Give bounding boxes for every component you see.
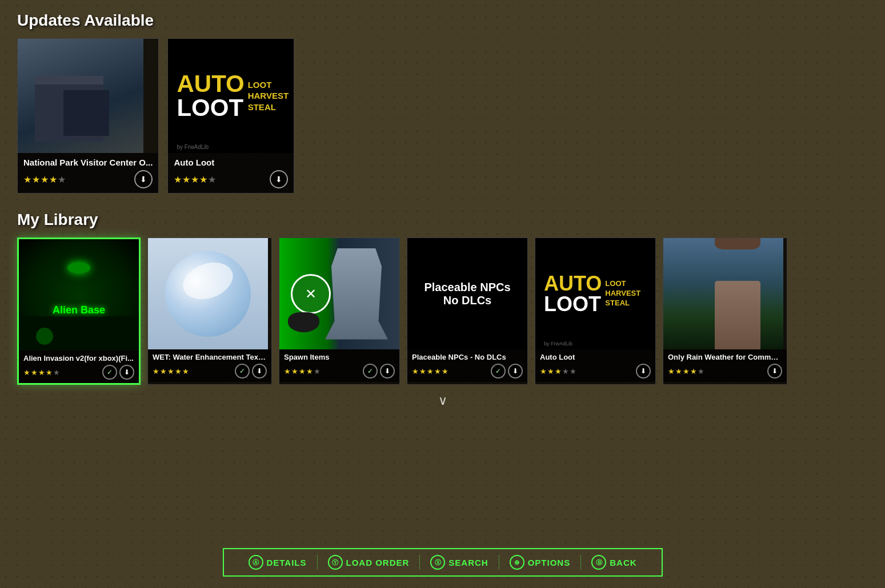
- auto-loot-lib-footer: ★★★★★ ⬇: [540, 364, 651, 378]
- nav-load-order-label: LOAD ORDER: [346, 558, 410, 567]
- placeable-npcs-text: Placeable NPCs No DLCs: [424, 281, 510, 307]
- wet-btns: ✓ ⬇: [235, 364, 267, 378]
- nav-details-btn[interactable]: Ⓐ: [248, 555, 263, 570]
- nav-details-label: DETAILS: [266, 558, 306, 567]
- placeable-npcs-info: Placeable NPCs - No DLCs ★★★★★ ✓ ⬇: [407, 349, 527, 382]
- nav-options[interactable]: ⊕ OPTIONS: [499, 555, 582, 570]
- nav-search-label: SEARCH: [448, 558, 488, 567]
- auto-loot-lib-info: Auto Loot ★★★★★ ⬇: [535, 349, 655, 382]
- lib-card-placeable-npcs[interactable]: Placeable NPCs No DLCs Placeable NPCs - …: [407, 237, 528, 385]
- rain-helmet-shape: [715, 238, 760, 249]
- nav-details[interactable]: Ⓐ DETAILS: [238, 555, 317, 570]
- alien-floor-shape: [19, 316, 139, 351]
- auto-loot-lib-image: AUTO LOOT LOOT HARVEST STEAL by FrwAdLib: [535, 238, 655, 349]
- auto-loot-update-download-btn[interactable]: ⬇: [270, 170, 288, 188]
- only-rain-btns: ⬇: [767, 364, 782, 378]
- library-row: Alien Base Alien Invasion v2(for xbox)(F…: [17, 237, 868, 385]
- only-rain-footer: ★★★★★ ⬇: [668, 364, 782, 378]
- auto-loot-lib-download-btn[interactable]: ⬇: [636, 364, 651, 378]
- alien-invasion-btns: ✓ ⬇: [102, 365, 134, 380]
- auto-loot-update-info: Auto Loot ★★★★★ ⬇: [168, 153, 294, 193]
- spawn-items-footer: ★★★★★ ✓ ⬇: [284, 364, 395, 378]
- auto-loot-update-footer: ★★★★★ ⬇: [174, 170, 288, 188]
- wet-stars: ★★★★★: [153, 367, 190, 376]
- nav-options-btn[interactable]: ⊕: [510, 555, 524, 570]
- library-section: My Library Alien Base Alien Invasion v2(…: [17, 211, 868, 408]
- alien-invasion-art: Alien Base: [19, 239, 139, 351]
- placeable-npcs-download-btn[interactable]: ⬇: [508, 364, 523, 378]
- nav-options-label: OPTIONS: [528, 558, 571, 567]
- alien-ship-shape: [67, 262, 90, 273]
- nav-search-btn[interactable]: Ⓧ: [430, 555, 445, 570]
- placeable-npcs-image: Placeable NPCs No DLCs: [407, 238, 527, 349]
- wet-art: [148, 238, 268, 349]
- lib-card-alien-invasion[interactable]: Alien Base Alien Invasion v2(for xbox)(F…: [17, 237, 141, 385]
- alien-invasion-name: Alien Invasion v2(for xbox)(Fi...: [23, 354, 134, 363]
- national-park-footer: ★★★★★ ⬇: [23, 170, 153, 188]
- lib-card-auto-loot[interactable]: AUTO LOOT LOOT HARVEST STEAL by FrwAdLib: [535, 237, 656, 385]
- alien-invasion-check-btn[interactable]: ✓: [102, 365, 117, 380]
- placeable-line1: Placeable NPCs: [424, 281, 510, 294]
- alien-invasion-stars: ★★★★★: [23, 368, 61, 377]
- xbox-controller-shape: [288, 312, 319, 332]
- national-park-info: National Park Visitor Center O... ★★★★★ …: [18, 153, 158, 193]
- wet-image: [148, 238, 268, 349]
- only-rain-image: [663, 238, 783, 349]
- main-content: Updates Available National Park Visitor …: [0, 0, 885, 588]
- lib-card-wet[interactable]: WET: Water Enhancement Texture... ★★★★★ …: [147, 237, 272, 385]
- xbox-logo: [291, 274, 331, 314]
- national-park-name: National Park Visitor Center O...: [23, 158, 153, 167]
- placeable-npcs-check-btn[interactable]: ✓: [491, 364, 506, 378]
- alien-invasion-download-btn[interactable]: ⬇: [119, 365, 134, 380]
- updates-title: Updates Available: [17, 11, 868, 30]
- placeable-npcs-btns: ✓ ⬇: [491, 364, 523, 378]
- update-card-national-park[interactable]: National Park Visitor Center O... ★★★★★ …: [17, 38, 159, 194]
- placeable-npcs-stars: ★★★★★: [412, 367, 449, 376]
- only-rain-art: [663, 238, 783, 349]
- spawn-items-download-btn[interactable]: ⬇: [380, 364, 395, 378]
- auto-loot-lib-art: AUTO LOOT LOOT HARVEST STEAL by FrwAdLib: [535, 238, 655, 349]
- wet-name: WET: Water Enhancement Texture...: [153, 353, 267, 361]
- national-park-download-btn[interactable]: ⬇: [134, 170, 153, 188]
- auto-loot-lib-btns: ⬇: [636, 364, 651, 378]
- auto-loot-update-stars: ★★★★★: [174, 174, 217, 185]
- national-park-art: [18, 39, 143, 153]
- spawn-items-stars: ★★★★★: [284, 367, 321, 376]
- wet-download-btn[interactable]: ⬇: [252, 364, 267, 378]
- spawn-items-check-btn[interactable]: ✓: [363, 364, 378, 378]
- spawn-items-image: [279, 238, 399, 349]
- spawn-items-art: [279, 238, 399, 349]
- updates-section: Updates Available National Park Visitor …: [17, 11, 868, 194]
- lib-card-spawn-items[interactable]: Spawn Items ★★★★★ ✓ ⬇: [279, 237, 400, 385]
- placeable-npcs-art: Placeable NPCs No DLCs: [407, 238, 527, 349]
- national-park-image: [18, 39, 143, 153]
- placeable-npcs-name: Placeable NPCs - No DLCs: [412, 353, 523, 361]
- updates-row: National Park Visitor Center O... ★★★★★ …: [17, 38, 868, 194]
- scroll-down-indicator[interactable]: ∨: [17, 393, 868, 408]
- spawn-items-btns: ✓ ⬇: [363, 364, 395, 378]
- alien-base-label: Alien Base: [53, 304, 105, 316]
- nav-search[interactable]: Ⓧ SEARCH: [420, 555, 499, 570]
- spawn-items-info: Spawn Items ★★★★★ ✓ ⬇: [279, 349, 399, 382]
- national-park-stars: ★★★★★: [23, 174, 66, 185]
- lib-card-only-rain[interactable]: Only Rain Weather for Commonwe... ★★★★★ …: [663, 237, 787, 385]
- update-card-auto-loot[interactable]: AUTO LOOT LOOT HARVEST STEAL: [167, 38, 294, 194]
- auto-loot-lib-stars: ★★★★★: [540, 367, 577, 376]
- placeable-line2: No DLCs: [424, 294, 510, 307]
- auto-loot-update-name: Auto Loot: [174, 158, 288, 167]
- wet-sphere-shape: [165, 251, 251, 337]
- placeable-npcs-footer: ★★★★★ ✓ ⬇: [412, 364, 523, 378]
- only-rain-download-btn[interactable]: ⬇: [767, 364, 782, 378]
- auto-loot-credit: by FrwAdLib: [544, 341, 572, 347]
- wet-info: WET: Water Enhancement Texture... ★★★★★ …: [148, 349, 271, 382]
- wet-footer: ★★★★★ ✓ ⬇: [153, 364, 267, 378]
- spawn-robot-shape: [325, 248, 388, 340]
- nav-load-order-btn[interactable]: Ⓨ: [328, 555, 343, 570]
- only-rain-stars: ★★★★★: [668, 367, 705, 376]
- wet-check-btn[interactable]: ✓: [235, 364, 250, 378]
- alien-invasion-footer: ★★★★★ ✓ ⬇: [23, 365, 134, 380]
- only-rain-name: Only Rain Weather for Commonwe...: [668, 353, 782, 361]
- nav-back[interactable]: Ⓑ BACK: [581, 555, 647, 570]
- nav-back-btn[interactable]: Ⓑ: [591, 555, 606, 570]
- nav-load-order[interactable]: Ⓨ LOAD ORDER: [318, 555, 421, 570]
